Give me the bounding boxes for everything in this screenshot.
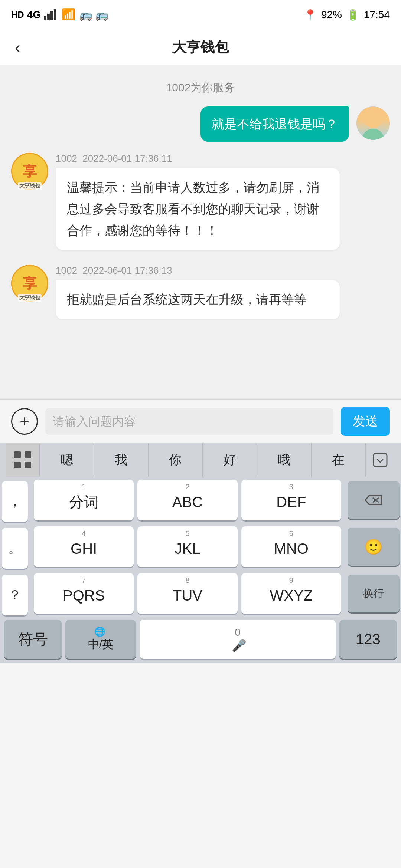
keyboard-center-1: 1 分词 2 ABC 3 DEF	[30, 477, 345, 523]
keyboard-center-3: 7 PQRS 8 TUV 9 WXYZ	[30, 570, 345, 617]
signal-icon: 4G	[27, 9, 41, 21]
keyboard-row-1: ， 1 分词 2 ABC 3 DEF	[0, 477, 401, 523]
key-4-ghi[interactable]: 4 GHI	[34, 526, 134, 567]
user-message-row: 就是不给我退钱是吗？	[11, 106, 390, 142]
key-5-jkl[interactable]: 5 JKL	[137, 526, 237, 567]
key-8-tuv[interactable]: 8 TUV	[137, 573, 237, 614]
key-1-fenci[interactable]: 1 分词	[34, 480, 134, 520]
keyboard-bottom-row: 符号 🌐 中/英 0 🎤 123	[0, 617, 401, 663]
keyboard-row-2: 。 4 GHI 5 JKL 6 MNO 🙂	[0, 523, 401, 570]
message-input[interactable]	[45, 408, 333, 435]
send-button[interactable]: 发送	[341, 407, 390, 436]
key-3-def[interactable]: 3 DEF	[241, 480, 341, 520]
status-right: 📍 92% 🔋 17:54	[304, 9, 390, 21]
svg-text:📶: 📶	[62, 8, 76, 20]
keyboard-left-col-3: ？	[0, 570, 30, 617]
page-title: 大亨钱包	[172, 38, 229, 57]
key-6-mno[interactable]: 6 MNO	[241, 526, 341, 567]
header: ‹ 大亨钱包	[0, 30, 401, 65]
ai-label-area	[0, 809, 82, 868]
back-button[interactable]: ‹	[15, 38, 20, 57]
svg-rect-7	[14, 462, 21, 468]
svg-rect-1	[47, 14, 50, 20]
keyboard-right-col-3: 换行	[345, 570, 401, 617]
keyboard-row-3: ？ 7 PQRS 8 TUV 9 WXYZ 换行	[0, 570, 401, 617]
nav-icon1: 🚌	[79, 9, 92, 21]
bot-content-2: 1002 2022-06-01 17:36:13 拒就赔是后台系统这两天在升级，…	[56, 265, 390, 319]
svg-rect-0	[44, 16, 46, 20]
key-2-abc[interactable]: 2 ABC	[137, 480, 237, 520]
key-question[interactable]: ？	[2, 575, 28, 615]
keyboard-right-col-2: 🙂	[345, 523, 401, 570]
key-9-wxyz[interactable]: 9 WXYZ	[241, 573, 341, 614]
bot-avatar-1: 享 大亨钱包	[11, 153, 48, 190]
key-delete[interactable]	[348, 481, 400, 519]
grid-icon[interactable]	[6, 443, 39, 477]
signal-bars	[44, 7, 59, 23]
bot-meta-1: 1002 2022-06-01 17:36:11	[56, 153, 390, 164]
user-bubble: 就是不给我退钱是吗？	[200, 106, 349, 142]
svg-rect-8	[25, 462, 31, 468]
user-avatar	[356, 106, 390, 140]
key-123[interactable]: 123	[339, 620, 397, 659]
suggest-word-5[interactable]: 哦	[257, 443, 311, 477]
location-icon: 📍	[304, 9, 317, 21]
key-enter[interactable]: 换行	[348, 575, 400, 612]
key-7-pqrs[interactable]: 7 PQRS	[34, 573, 134, 614]
bot-message-2-row: 享 大亨钱包 1002 2022-06-01 17:36:13 拒就赔是后台系统…	[11, 265, 390, 319]
bot-message-1-row: 享 大亨钱包 1002 2022-06-01 17:36:11 温馨提示：当前申…	[11, 153, 390, 250]
service-label: 1002为你服务	[11, 80, 390, 95]
key-period[interactable]: 。	[2, 528, 28, 569]
bot-content-1: 1002 2022-06-01 17:36:11 温馨提示：当前申请人数过多，请…	[56, 153, 390, 250]
key-emoji[interactable]: 🙂	[348, 528, 400, 566]
suggest-word-2[interactable]: 我	[94, 443, 148, 477]
battery-icon: 🔋	[346, 9, 359, 21]
input-area: + 发送	[0, 399, 401, 443]
svg-rect-3	[54, 9, 56, 20]
key-symbol[interactable]: 符号	[4, 620, 62, 659]
svg-rect-6	[25, 451, 31, 458]
status-left-icons: HD 4G 📶 🚌 🚌	[11, 7, 108, 23]
keyboard-left-col-2: 。	[0, 523, 30, 570]
svg-rect-2	[50, 11, 53, 20]
nav-icon2: 🚌	[95, 9, 108, 21]
wifi-icon: 📶	[62, 7, 76, 23]
keyboard-right-col-1	[345, 477, 401, 523]
keyboard-center-2: 4 GHI 5 JKL 6 MNO	[30, 523, 345, 570]
keyboard-left-col-1: ，	[0, 477, 30, 523]
suggest-word-4[interactable]: 好	[202, 443, 257, 477]
bot-bubble-1: 温馨提示：当前申请人数过多，请勿刷屏，消息过多会导致客服看不到您的聊天记录，谢谢…	[56, 168, 340, 250]
battery-label: 92%	[321, 9, 342, 21]
status-bar: HD 4G 📶 🚌 🚌 📍 92% 🔋 17:54	[0, 0, 401, 30]
key-space[interactable]: 0 🎤	[140, 620, 336, 659]
suggest-word-6[interactable]: 在	[311, 443, 365, 477]
bot-avatar-2: 享 大亨钱包	[11, 265, 48, 302]
key-lang[interactable]: 🌐 中/英	[65, 620, 136, 659]
bot-meta-2: 1002 2022-06-01 17:36:13	[56, 265, 390, 276]
keyboard-suggest-row: 嗯 我 你 好 哦 在	[0, 443, 401, 477]
chat-area: 1002为你服务 就是不给我退钱是吗？ 享 大亨钱包 1002 2022-06-…	[0, 65, 401, 399]
suggest-word-1[interactable]: 嗯	[39, 443, 94, 477]
collapse-button[interactable]	[365, 443, 395, 477]
svg-rect-5	[14, 451, 21, 458]
bot-bubble-2: 拒就赔是后台系统这两天在升级，请再等等	[56, 280, 340, 319]
keyboard-main: ， 1 分词 2 ABC 3 DEF	[0, 477, 401, 663]
time-label: 17:54	[364, 9, 390, 21]
key-comma[interactable]: ，	[2, 481, 28, 522]
svg-rect-9	[374, 453, 387, 467]
hd-icon: HD	[11, 10, 24, 20]
suggest-word-3[interactable]: 你	[148, 443, 202, 477]
add-button[interactable]: +	[11, 408, 38, 435]
